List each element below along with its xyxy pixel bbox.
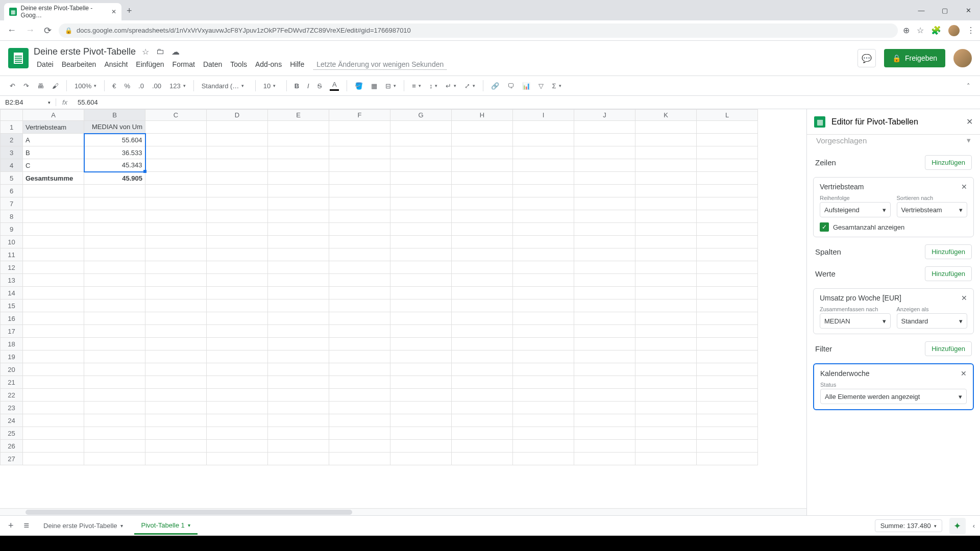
cell[interactable] xyxy=(452,274,513,287)
cell[interactable] xyxy=(635,363,697,376)
cell[interactable] xyxy=(697,261,758,274)
row-header[interactable]: 8 xyxy=(1,210,23,223)
cell[interactable] xyxy=(268,363,329,376)
cell[interactable] xyxy=(23,338,84,350)
cell[interactable] xyxy=(390,427,452,440)
minimize-button[interactable]: — xyxy=(910,0,933,20)
cell[interactable] xyxy=(84,210,145,223)
cell[interactable] xyxy=(452,172,513,185)
row-header[interactable]: 26 xyxy=(1,440,23,453)
cell[interactable] xyxy=(390,440,452,453)
cell[interactable] xyxy=(207,312,268,325)
cell[interactable] xyxy=(697,121,758,134)
cell[interactable] xyxy=(635,299,697,312)
cell[interactable] xyxy=(390,287,452,299)
cell[interactable] xyxy=(390,376,452,389)
cell[interactable] xyxy=(329,185,390,197)
cell[interactable] xyxy=(390,172,452,185)
cell[interactable] xyxy=(635,402,697,414)
cell[interactable] xyxy=(207,414,268,427)
extensions-icon[interactable]: 🧩 xyxy=(931,26,941,35)
cell[interactable] xyxy=(329,402,390,414)
cell[interactable] xyxy=(268,210,329,223)
cell[interactable] xyxy=(697,376,758,389)
cell[interactable] xyxy=(452,236,513,248)
remove-filter-card-icon[interactable]: ✕ xyxy=(961,369,967,378)
cell[interactable] xyxy=(207,389,268,402)
cell[interactable] xyxy=(329,312,390,325)
cell[interactable] xyxy=(145,363,207,376)
cell[interactable] xyxy=(84,376,145,389)
row-header[interactable]: 14 xyxy=(1,287,23,299)
cell[interactable] xyxy=(145,402,207,414)
cell[interactable] xyxy=(329,427,390,440)
cell[interactable] xyxy=(635,185,697,197)
cell[interactable] xyxy=(268,389,329,402)
font-select[interactable]: Standard (… xyxy=(199,80,250,92)
cell[interactable] xyxy=(635,210,697,223)
cell[interactable] xyxy=(207,210,268,223)
cell[interactable] xyxy=(574,159,635,172)
cell[interactable] xyxy=(697,414,758,427)
cell[interactable]: 55.604 xyxy=(84,134,145,146)
cell[interactable] xyxy=(23,325,84,338)
cell[interactable] xyxy=(574,440,635,453)
menu-einfuegen[interactable]: Einfügen xyxy=(133,59,167,70)
cell[interactable] xyxy=(329,389,390,402)
cell[interactable] xyxy=(697,146,758,159)
cell[interactable] xyxy=(390,312,452,325)
cell[interactable] xyxy=(574,389,635,402)
cell[interactable] xyxy=(207,402,268,414)
cell[interactable] xyxy=(574,185,635,197)
cell[interactable] xyxy=(513,197,574,210)
cell[interactable] xyxy=(145,261,207,274)
cell[interactable] xyxy=(697,325,758,338)
cell[interactable] xyxy=(268,440,329,453)
cell[interactable] xyxy=(452,299,513,312)
cell[interactable] xyxy=(697,299,758,312)
cell[interactable] xyxy=(84,453,145,465)
cell[interactable] xyxy=(23,197,84,210)
cell[interactable] xyxy=(207,261,268,274)
cell[interactable] xyxy=(207,223,268,236)
cell[interactable] xyxy=(574,236,635,248)
cell[interactable] xyxy=(635,312,697,325)
col-header[interactable]: B xyxy=(84,110,145,121)
cell[interactable] xyxy=(574,121,635,134)
cell[interactable] xyxy=(574,172,635,185)
cell[interactable] xyxy=(635,172,697,185)
cell[interactable] xyxy=(452,146,513,159)
cell[interactable] xyxy=(145,274,207,287)
col-header[interactable]: H xyxy=(452,110,513,121)
formula-input[interactable]: 55.604 xyxy=(74,98,102,106)
cell[interactable] xyxy=(697,338,758,350)
cell[interactable] xyxy=(452,134,513,146)
redo-button[interactable]: ↷ xyxy=(21,80,32,92)
row-header[interactable]: 15 xyxy=(1,299,23,312)
cell[interactable] xyxy=(635,146,697,159)
cell[interactable] xyxy=(635,325,697,338)
cell[interactable] xyxy=(635,134,697,146)
cell[interactable] xyxy=(145,427,207,440)
cell[interactable] xyxy=(390,248,452,261)
cell[interactable] xyxy=(697,210,758,223)
cell[interactable] xyxy=(145,223,207,236)
insert-chart-button[interactable]: 📊 xyxy=(520,80,533,92)
order-select[interactable]: Aufsteigend▾ xyxy=(820,202,891,217)
bookmark-icon[interactable]: ☆ xyxy=(917,26,924,35)
cell[interactable] xyxy=(268,427,329,440)
row-header[interactable]: 20 xyxy=(1,363,23,376)
show-total-checkbox[interactable]: ✓ xyxy=(820,222,829,232)
cell[interactable] xyxy=(145,121,207,134)
cell[interactable] xyxy=(268,414,329,427)
cell[interactable] xyxy=(513,236,574,248)
cell[interactable] xyxy=(635,440,697,453)
row-card-vertriebsteam[interactable]: Vertriebsteam ✕ Reihenfolge Aufsteigend▾… xyxy=(813,177,974,237)
cell[interactable] xyxy=(574,350,635,363)
cell[interactable] xyxy=(145,389,207,402)
fill-color-button[interactable]: 🪣 xyxy=(352,80,365,92)
cell[interactable] xyxy=(145,134,207,146)
account-avatar[interactable] xyxy=(953,49,972,67)
cell[interactable] xyxy=(207,299,268,312)
cell[interactable] xyxy=(635,338,697,350)
